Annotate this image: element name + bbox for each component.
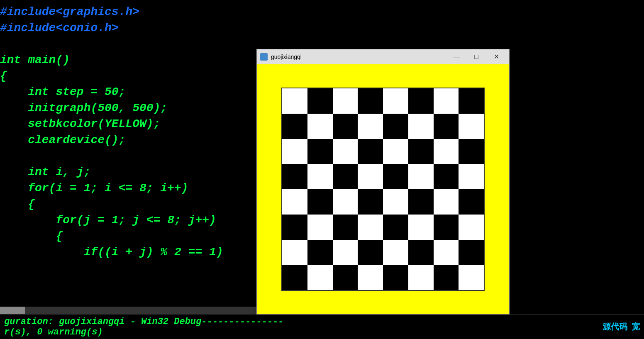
cell-1-7 bbox=[459, 114, 484, 139]
cell-7-1 bbox=[307, 265, 333, 290]
cell-4-6 bbox=[434, 189, 459, 215]
code-line-1: #include<graphics.h> bbox=[0, 4, 644, 20]
cell-3-2 bbox=[333, 164, 358, 189]
cell-3-1 bbox=[307, 164, 333, 189]
cell-5-5 bbox=[408, 215, 434, 240]
cell-7-7 bbox=[459, 265, 484, 290]
tab-wide[interactable]: 宽 bbox=[632, 321, 640, 332]
cell-1-3 bbox=[358, 114, 383, 139]
cell-2-0 bbox=[282, 139, 307, 164]
cell-0-0 bbox=[282, 88, 307, 114]
cell-0-2 bbox=[333, 88, 358, 114]
cell-6-4 bbox=[383, 240, 408, 265]
cell-3-7 bbox=[459, 164, 484, 189]
cell-6-0 bbox=[282, 240, 307, 265]
cell-1-2 bbox=[333, 114, 358, 139]
cell-1-5 bbox=[408, 114, 434, 139]
cell-1-4 bbox=[383, 114, 408, 139]
cell-2-5 bbox=[408, 139, 434, 164]
horizontal-scrollbar[interactable] bbox=[0, 307, 257, 314]
cell-5-4 bbox=[383, 215, 408, 240]
cell-2-4 bbox=[383, 139, 408, 164]
cell-3-5 bbox=[408, 164, 434, 189]
cell-7-6 bbox=[434, 265, 459, 290]
cell-4-4 bbox=[383, 189, 408, 215]
app-window: guojixiangqi — □ ✕ bbox=[256, 49, 510, 315]
cell-1-0 bbox=[282, 114, 307, 139]
cell-4-1 bbox=[307, 189, 333, 215]
cell-7-5 bbox=[408, 265, 434, 290]
cell-0-6 bbox=[434, 88, 459, 114]
cell-4-2 bbox=[333, 189, 358, 215]
cell-6-5 bbox=[408, 240, 434, 265]
cell-6-6 bbox=[434, 240, 459, 265]
cell-7-2 bbox=[333, 265, 358, 290]
cell-5-6 bbox=[434, 215, 459, 240]
cell-0-7 bbox=[459, 88, 484, 114]
cell-6-3 bbox=[358, 240, 383, 265]
window-title: guojixiangqi bbox=[271, 54, 447, 60]
cell-5-0 bbox=[282, 215, 307, 240]
cell-0-1 bbox=[307, 88, 333, 114]
cell-4-7 bbox=[459, 189, 484, 215]
cell-2-3 bbox=[358, 139, 383, 164]
status-bar: guration: guojixiangqi - Win32 Debug----… bbox=[0, 314, 644, 339]
cell-3-3 bbox=[358, 164, 383, 189]
cell-4-3 bbox=[358, 189, 383, 215]
window-controls[interactable]: — □ ✕ bbox=[447, 51, 506, 63]
code-line-2: #include<conio.h> bbox=[0, 20, 644, 37]
cell-2-7 bbox=[459, 139, 484, 164]
cell-4-0 bbox=[282, 189, 307, 215]
cell-7-0 bbox=[282, 265, 307, 290]
cell-0-5 bbox=[408, 88, 434, 114]
maximize-button[interactable]: □ bbox=[467, 51, 486, 63]
minimize-button[interactable]: — bbox=[447, 51, 466, 63]
window-titlebar: guojixiangqi — □ ✕ bbox=[257, 49, 509, 64]
cell-6-7 bbox=[459, 240, 484, 265]
window-content bbox=[257, 64, 509, 314]
cell-5-3 bbox=[358, 215, 383, 240]
checkerboard bbox=[281, 88, 485, 291]
cell-5-1 bbox=[307, 215, 333, 240]
status-line-1: guration: guojixiangqi - Win32 Debug----… bbox=[4, 317, 283, 327]
cell-6-1 bbox=[307, 240, 333, 265]
cell-3-4 bbox=[383, 164, 408, 189]
window-app-icon bbox=[260, 53, 268, 61]
right-tabs[interactable]: 源代码 宽 bbox=[603, 314, 644, 339]
scrollbar-thumb[interactable] bbox=[0, 307, 25, 314]
cell-5-7 bbox=[459, 215, 484, 240]
cell-0-3 bbox=[358, 88, 383, 114]
cell-1-1 bbox=[307, 114, 333, 139]
cell-6-2 bbox=[333, 240, 358, 265]
cell-4-5 bbox=[408, 189, 434, 215]
cell-1-6 bbox=[434, 114, 459, 139]
cell-2-1 bbox=[307, 139, 333, 164]
cell-0-4 bbox=[383, 88, 408, 114]
cell-7-4 bbox=[383, 265, 408, 290]
tab-source-code[interactable]: 源代码 bbox=[603, 321, 627, 332]
cell-3-6 bbox=[434, 164, 459, 189]
cell-2-2 bbox=[333, 139, 358, 164]
cell-5-2 bbox=[333, 215, 358, 240]
cell-2-6 bbox=[434, 139, 459, 164]
close-button[interactable]: ✕ bbox=[487, 51, 506, 63]
cell-3-0 bbox=[282, 164, 307, 189]
status-line-2: r(s), 0 warning(s) bbox=[4, 327, 283, 337]
cell-7-3 bbox=[358, 265, 383, 290]
